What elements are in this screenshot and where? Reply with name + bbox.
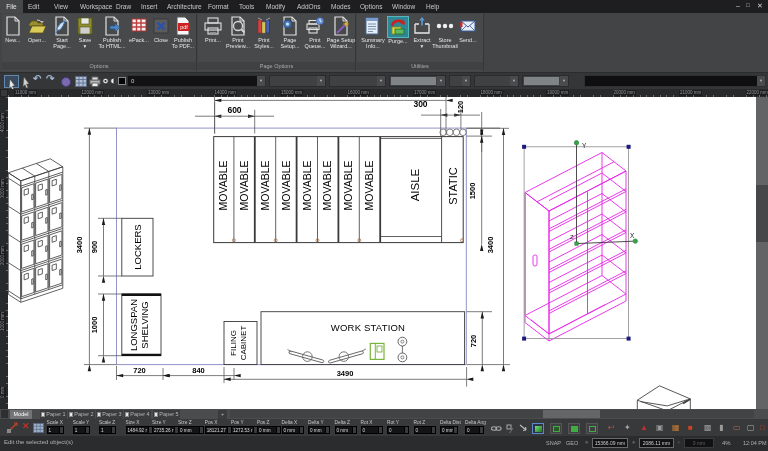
svg-text:3400: 3400 — [486, 237, 495, 254]
svg-text:3400: 3400 — [75, 237, 84, 254]
svg-text:X: X — [630, 232, 635, 239]
svg-text:1000: 1000 — [90, 317, 99, 334]
svg-text:STATIC: STATIC — [447, 167, 459, 205]
svg-text:MOVABLE: MOVABLE — [301, 161, 313, 211]
svg-text:3490: 3490 — [337, 369, 354, 378]
svg-text:⁄: ⁄ — [509, 427, 514, 434]
svg-text:MOVABLE: MOVABLE — [363, 161, 375, 211]
svg-text:840: 840 — [192, 366, 205, 375]
svg-text:pdf: pdf — [180, 24, 188, 30]
svg-text:MOVABLE: MOVABLE — [342, 161, 354, 211]
svg-text:SHELVING: SHELVING — [139, 301, 150, 348]
svg-text:MOVABLE: MOVABLE — [217, 160, 229, 210]
svg-text:720: 720 — [133, 366, 146, 375]
svg-text:MOVABLE: MOVABLE — [321, 161, 333, 211]
svg-text:WORK STATION: WORK STATION — [331, 322, 405, 333]
svg-text:Z: Z — [570, 234, 574, 240]
svg-text:720: 720 — [469, 335, 478, 348]
svg-text:600: 600 — [227, 105, 241, 115]
svg-text:120: 120 — [456, 101, 465, 114]
svg-text:Y: Y — [582, 142, 587, 149]
svg-text:MOVABLE: MOVABLE — [259, 161, 271, 211]
svg-text:FILING: FILING — [229, 330, 238, 356]
svg-text:CABINET: CABINET — [239, 326, 248, 361]
svg-text:300: 300 — [413, 99, 427, 109]
svg-text:LOCKERS: LOCKERS — [132, 224, 143, 269]
svg-text:MOVABLE: MOVABLE — [238, 161, 250, 211]
svg-text:LONGSPAN: LONGSPAN — [128, 299, 139, 351]
svg-text:MOVABLE: MOVABLE — [280, 161, 292, 211]
svg-text:1500: 1500 — [468, 183, 477, 200]
svg-text:900: 900 — [90, 241, 99, 254]
svg-text:AISLE: AISLE — [409, 168, 421, 201]
